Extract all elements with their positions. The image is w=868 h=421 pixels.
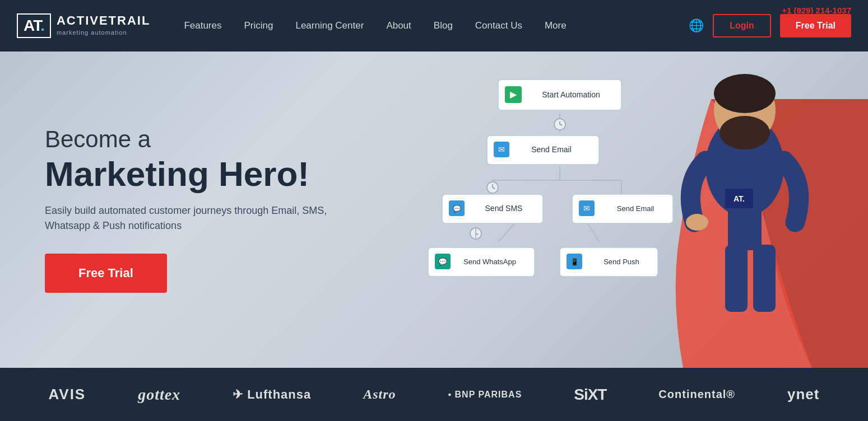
brand-name: ACTIVETRAIL [57,15,150,27]
logo-text: ACTIVETRAIL marketing automation [57,15,150,37]
nav-pricing[interactable]: Pricing [244,20,273,31]
svg-rect-50 [725,245,748,312]
svg-text:Send SMS: Send SMS [485,204,523,213]
brand-avis: AVIS [48,386,86,403]
hero-content: Become a Marketing Hero! Easily build au… [0,93,381,326]
svg-text:Start Automation: Start Automation [542,90,600,99]
svg-text:Send WhatsApp: Send WhatsApp [463,258,516,266]
free-trial-hero-button[interactable]: Free Trial [45,254,167,293]
brands-bar: AVIS gottex ✈ Lufthansa Astro ▪ BNP PARI… [0,368,868,421]
brand-ynet: ynet [787,386,819,403]
logo-box: AT. [17,13,51,38]
svg-text:📱: 📱 [570,258,579,266]
nav-features[interactable]: Features [184,20,221,31]
hero-description: Easily build automated customer journeys… [45,203,336,233]
svg-text:Send Email: Send Email [617,204,655,213]
svg-text:AT.: AT. [734,194,745,203]
nav-about[interactable]: About [386,20,411,31]
svg-text:💬: 💬 [453,204,461,213]
hero-section: Become a Marketing Hero! Easily build au… [0,52,868,368]
nav-more[interactable]: More [545,20,567,31]
svg-text:Send Push: Send Push [604,258,639,266]
svg-text:✉: ✉ [583,204,590,213]
nav-blog[interactable]: Blog [434,20,453,31]
svg-rect-51 [753,245,776,312]
hero-title: Marketing Hero! [45,155,336,193]
brand-lufthansa: ✈ Lufthansa [233,387,311,402]
header: AT. ACTIVETRAIL marketing automation Fea… [0,0,868,52]
svg-point-44 [714,74,776,113]
free-trial-nav-button[interactable]: Free Trial [780,14,851,38]
brand-gottex: gottex [138,386,180,404]
brand-sixt: SiXT [574,386,606,404]
flow-svg: ▶ Start Automation ✉ Send Email 💬 Send S… [420,68,700,368]
brand-sub: marketing automation [57,29,127,36]
phone-number: +1 (929) 214-1037 [782,6,851,15]
header-actions: 🌐 Login Free Trial [689,14,851,38]
svg-text:Send Email: Send Email [531,145,572,154]
hero-subtitle: Become a [45,127,336,152]
globe-icon[interactable]: 🌐 [689,18,704,33]
brand-bnp: ▪ BNP PARIBAS [448,390,522,400]
automation-flow: ▶ Start Automation ✉ Send Email 💬 Send S… [420,68,700,368]
logo-at-text: AT. [24,17,44,34]
login-button[interactable]: Login [713,14,771,38]
svg-point-45 [720,116,770,149]
nav-learning-center[interactable]: Learning Center [295,20,364,31]
brand-astro: Astro [363,387,396,402]
nav-contact-us[interactable]: Contact Us [475,20,522,31]
svg-text:💬: 💬 [438,257,448,266]
svg-text:✉: ✉ [498,145,505,154]
logo[interactable]: AT. ACTIVETRAIL marketing automation [17,13,150,38]
svg-text:▶: ▶ [510,90,517,99]
main-nav: Features Pricing Learning Center About B… [184,20,689,31]
brand-continental: Continental® [658,388,735,401]
